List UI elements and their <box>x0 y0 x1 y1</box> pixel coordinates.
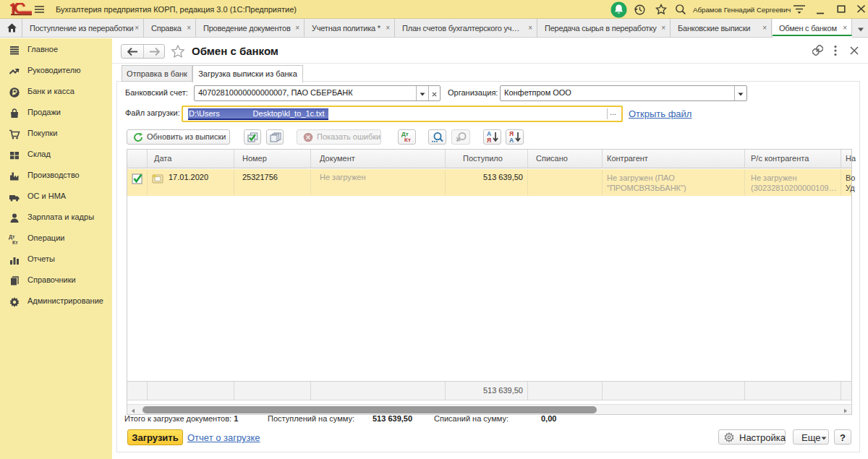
svg-text:Кт: Кт <box>12 240 18 245</box>
